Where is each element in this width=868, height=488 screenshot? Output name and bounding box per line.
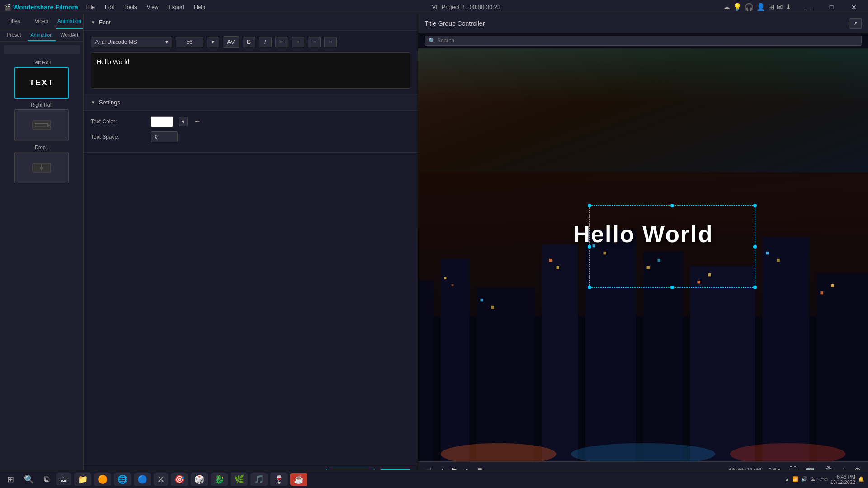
svg-rect-11 <box>477 288 535 461</box>
menu-edit[interactable]: Edit <box>100 2 119 12</box>
font-section-header[interactable]: ▼ Font <box>84 14 418 31</box>
character-spacing-btn[interactable]: AV <box>223 36 239 48</box>
drop1-preview-icon <box>30 161 53 174</box>
grid-icon[interactable]: ⊞ <box>768 3 774 11</box>
align-left-btn[interactable]: ≡ <box>275 37 288 47</box>
app-logo: 🎬 Wondershare Filmora <box>4 4 78 11</box>
svg-rect-22 <box>452 284 454 286</box>
color-dropdown-btn[interactable]: ▾ <box>179 117 188 126</box>
date-display: 13/12/2022 <box>830 479 855 485</box>
taskbar-app-6[interactable]: ⚔ <box>154 473 168 486</box>
preset-thumb-rightroll[interactable] <box>14 109 69 141</box>
lightbulb-icon[interactable]: 💡 <box>733 3 742 11</box>
svg-rect-13 <box>585 230 636 461</box>
text-color-picker[interactable] <box>151 116 173 127</box>
taskbar-app-folder[interactable]: 📁 <box>74 473 91 486</box>
preset-drop1[interactable]: Drop1 <box>4 145 80 183</box>
maximize-button[interactable]: □ <box>821 1 842 14</box>
taskbar-app-3[interactable]: 🟠 <box>94 473 111 486</box>
start-button[interactable]: ⊞ <box>4 473 18 486</box>
taskbar-app-13[interactable]: ☕ <box>290 473 307 486</box>
preset-label-leftroll: Left Roll <box>33 60 51 65</box>
app-name: Wondershare Filmora <box>13 4 78 11</box>
taskbar-app-explorer[interactable]: 🗂 <box>56 473 71 485</box>
preset-label-rightroll: Right Roll <box>31 102 52 108</box>
close-button[interactable]: ✕ <box>844 1 864 14</box>
taskbar: ⊞ 🔍 ⧉ 🗂 📁 🟠 🌐 🔵 ⚔ 🎯 🎲 🐉 🌿 🎵 🍷 ☕ ▲ 📶 🔊 🌤 … <box>0 470 868 488</box>
time-display: 6:46 PM <box>837 474 855 479</box>
font-size-input[interactable]: 56 <box>176 37 203 47</box>
svg-rect-25 <box>549 259 552 262</box>
taskbar-sound-icon[interactable]: 🔊 <box>801 476 807 482</box>
text-editor[interactable]: Hello World <box>91 52 410 89</box>
menu-file[interactable]: File <box>82 2 99 12</box>
preview-area: Hello World <box>418 48 868 461</box>
text-space-input[interactable]: 0 <box>151 131 178 142</box>
minimize-button[interactable]: — <box>798 1 819 14</box>
font-section-arrow: ▼ <box>91 20 95 25</box>
taskbar-app-9[interactable]: 🐉 <box>211 473 228 486</box>
taskbar-app-5[interactable]: 🔵 <box>134 473 151 486</box>
tab-video[interactable]: Video <box>28 14 55 29</box>
search-icon: 🔍 <box>429 38 435 44</box>
download-icon[interactable]: ⬇ <box>785 3 791 11</box>
settings-section-title: Settings <box>99 99 120 106</box>
align-center-btn[interactable]: ≡ <box>292 37 304 47</box>
headset-icon[interactable]: 🎧 <box>745 3 754 11</box>
mail-icon[interactable]: ✉ <box>777 3 783 11</box>
align-justify-btn[interactable]: ≡ <box>324 37 337 47</box>
align-right-btn[interactable]: ≡ <box>308 37 321 47</box>
font-family-value: Arial Unicode MS <box>95 39 137 45</box>
search-input[interactable] <box>437 38 491 44</box>
svg-rect-23 <box>481 299 483 301</box>
svg-rect-21 <box>444 277 447 279</box>
svg-rect-31 <box>657 259 660 262</box>
tab-animation[interactable]: Animation <box>56 14 83 29</box>
taskbar-app-10[interactable]: 🌿 <box>231 473 248 486</box>
eyedropper-button[interactable]: ✒ <box>193 117 202 126</box>
font-family-select[interactable]: Arial Unicode MS ▾ <box>91 37 172 47</box>
subtab-preset[interactable]: Preset <box>0 29 28 41</box>
tgc-title: Title Group Controller <box>425 20 485 27</box>
settings-section-arrow: ▼ <box>91 100 95 105</box>
tab-titles[interactable]: Titles <box>0 14 28 29</box>
tgc-controls: ↗ <box>849 18 862 29</box>
menu-bar: File Edit Tools View Export Help <box>82 2 210 12</box>
taskbar-app-spotify[interactable]: 🎵 <box>250 473 268 486</box>
font-dropdown-btn[interactable]: ▾ <box>207 37 219 47</box>
notifications-icon[interactable]: 🔔 <box>858 476 864 482</box>
menu-help[interactable]: Help <box>189 2 210 12</box>
menu-export[interactable]: Export <box>164 2 189 12</box>
cloud-icon[interactable]: ☁ <box>723 3 730 11</box>
menu-view[interactable]: View <box>142 2 163 12</box>
taskbar-app-7[interactable]: 🎯 <box>171 473 188 486</box>
preset-thumb-drop1[interactable] <box>14 152 69 183</box>
taskbar-time[interactable]: 6:46 PM 13/12/2022 <box>830 474 855 485</box>
top-tabs: Titles Video Animation <box>0 14 83 29</box>
taskbar-weather: 🌤 17°C <box>810 477 828 482</box>
preset-thumb-leftroll[interactable]: TEXT <box>14 67 69 99</box>
menu-tools[interactable]: Tools <box>120 2 142 12</box>
bold-button[interactable]: B <box>243 37 255 47</box>
text-space-label: Text Space: <box>91 134 145 140</box>
preset-right-roll[interactable]: Right Roll <box>4 102 80 141</box>
taskbar-arrows-icon[interactable]: ▲ <box>784 477 789 482</box>
subtab-wordart[interactable]: WordArt <box>56 29 83 41</box>
svg-rect-28 <box>604 252 606 254</box>
taskbar-app-chrome[interactable]: 🌐 <box>114 473 131 486</box>
preset-left-roll[interactable]: Left Roll TEXT <box>4 60 80 99</box>
search-button[interactable]: 🔍 <box>20 473 38 486</box>
taskbar-app-12[interactable]: 🍷 <box>270 473 288 486</box>
italic-button[interactable]: I <box>259 37 272 47</box>
settings-section-header[interactable]: ▼ Settings <box>84 94 418 111</box>
svg-rect-14 <box>643 252 683 461</box>
account-icon[interactable]: 👤 <box>756 3 765 11</box>
taskbar-app-8[interactable]: 🎲 <box>191 473 208 486</box>
taskview-button[interactable]: ⧉ <box>40 473 53 486</box>
preset-label-drop1: Drop1 <box>35 145 48 150</box>
subtab-animation[interactable]: Animation <box>28 29 55 41</box>
title-group-controller: Title Group Controller ↗ <box>418 14 868 33</box>
tgc-expand-btn[interactable]: ↗ <box>849 18 862 29</box>
svg-rect-26 <box>557 266 559 269</box>
taskbar-network-icon[interactable]: 📶 <box>792 476 798 482</box>
